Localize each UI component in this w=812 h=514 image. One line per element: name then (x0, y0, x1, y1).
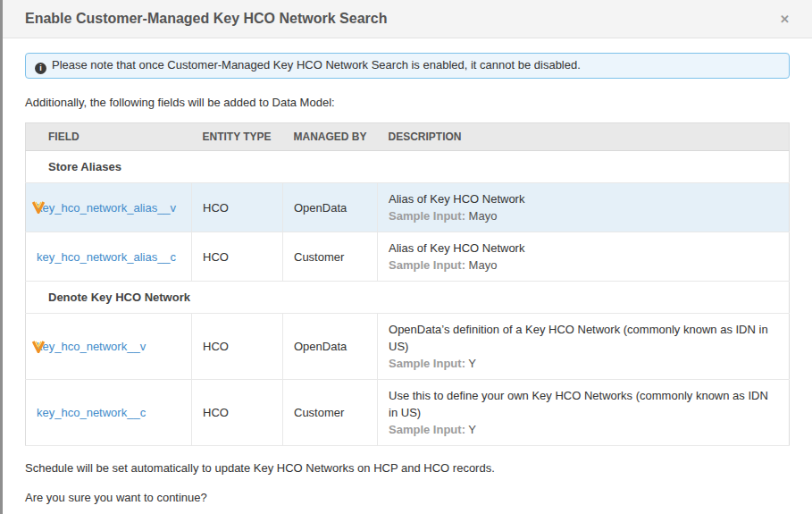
table-row: key_hco_network_alias__v HCO OpenData Al… (26, 183, 790, 232)
sample-input-value: Y (468, 357, 476, 370)
table-header-row: FIELD ENTITY TYPE MANAGED BY DESCRIPTION (26, 123, 790, 151)
dialog-body: iPlease note that once Customer-Managed … (3, 38, 812, 514)
close-icon[interactable]: ✕ (780, 13, 790, 25)
confirm-question: Are you sure you want to continue? (25, 491, 790, 504)
description-text: Alias of Key HCO Network (389, 240, 778, 257)
sample-input-value: Y (468, 423, 476, 436)
field-cell: key_hco_network__c (26, 380, 192, 446)
field-cell: key_hco_network__v (26, 314, 192, 380)
sample-input-label: Sample Input: (389, 357, 465, 370)
description-text: OpenData’s definition of a Key HCO Netwo… (389, 321, 778, 355)
section-title: Store Aliases (26, 151, 790, 183)
sample-input-value: Mayo (469, 258, 498, 272)
description-text: Use this to define your own Key HCO Netw… (389, 387, 778, 421)
description-cell: Alias of Key HCO Network Sample Input: M… (378, 232, 790, 282)
description-cell: OpenData’s definition of a Key HCO Netwo… (378, 314, 790, 380)
field-link[interactable]: key_hco_network__c (37, 406, 146, 419)
sample-input-label: Sample Input: (389, 258, 465, 272)
field-link[interactable]: key_hco_network__v (37, 340, 146, 353)
entity-type-cell: HCO (192, 380, 283, 446)
column-header-entity-type: ENTITY TYPE (192, 123, 283, 151)
info-icon: i (35, 63, 46, 74)
section-title: Denote Key HCO Network (26, 282, 790, 314)
column-header-managed-by: MANAGED BY (283, 123, 378, 151)
field-cell: key_hco_network_alias__c (26, 232, 192, 282)
table-row: key_hco_network__c HCO Customer Use this… (26, 380, 790, 446)
info-alert: iPlease note that once Customer-Managed … (25, 53, 790, 79)
table-row: key_hco_network_alias__c HCO Customer Al… (26, 232, 790, 282)
info-alert-text: Please note that once Customer-Managed K… (52, 58, 581, 72)
section-row-store-aliases: Store Aliases (26, 151, 790, 183)
schedule-note: Schedule will be set automatically to up… (25, 461, 790, 475)
sample-input-value: Mayo (469, 209, 498, 223)
sample-input-label: Sample Input: (389, 209, 465, 223)
dialog-title: Enable Customer-Managed Key HCO Network … (25, 11, 387, 27)
field-cell: key_hco_network_alias__v (26, 183, 192, 232)
data-model-fields-table: FIELD ENTITY TYPE MANAGED BY DESCRIPTION… (25, 122, 790, 446)
managed-by-cell: OpenData (283, 314, 378, 380)
entity-type-cell: HCO (192, 314, 283, 380)
sample-input-label: Sample Input: (389, 423, 465, 436)
table-row: key_hco_network__v HCO OpenData OpenData… (26, 314, 790, 380)
section-row-denote-key-hco-network: Denote Key HCO Network (26, 282, 790, 314)
managed-by-cell: OpenData (283, 183, 378, 232)
description-cell: Alias of Key HCO Network Sample Input: M… (378, 183, 790, 232)
column-header-description: DESCRIPTION (378, 123, 790, 151)
veeva-opendata-icon (31, 201, 46, 214)
description-text: Alias of Key HCO Network (389, 190, 778, 207)
intro-text: Additionally, the following fields will … (25, 96, 790, 109)
entity-type-cell: HCO (192, 232, 283, 282)
dialog-header: Enable Customer-Managed Key HCO Network … (3, 0, 812, 38)
veeva-opendata-icon (31, 341, 46, 353)
field-link[interactable]: key_hco_network_alias__v (37, 201, 176, 215)
managed-by-cell: Customer (283, 232, 378, 282)
entity-type-cell: HCO (192, 183, 283, 232)
enable-key-hco-network-dialog: Enable Customer-Managed Key HCO Network … (3, 0, 812, 514)
field-link[interactable]: key_hco_network_alias__c (37, 250, 176, 264)
column-header-field: FIELD (26, 123, 192, 151)
managed-by-cell: Customer (283, 380, 378, 446)
description-cell: Use this to define your own Key HCO Netw… (378, 380, 790, 446)
